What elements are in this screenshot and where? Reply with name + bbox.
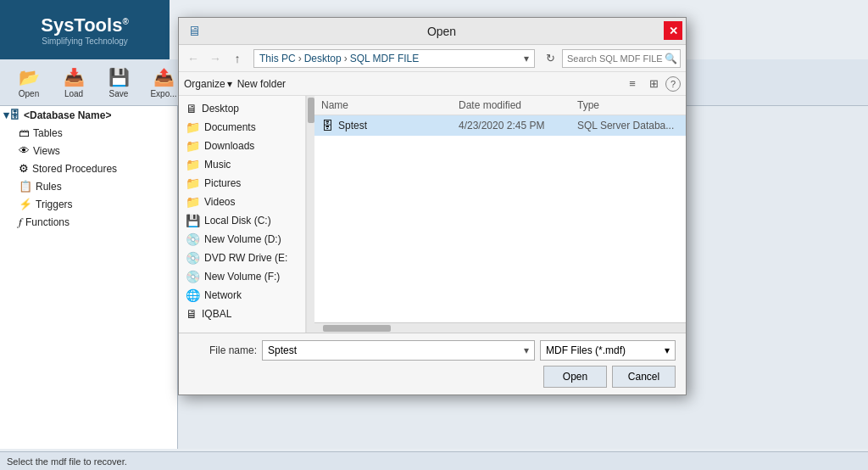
horizontal-scrollbar[interactable] — [314, 322, 686, 333]
dialog-body: 🖥Desktop📁Documents📁Downloads📁Music📁Pictu… — [179, 96, 686, 333]
dialog-title: Open — [206, 25, 677, 38]
breadcrumb-sql-mdf[interactable]: SQL MDF FILE — [350, 53, 420, 64]
list-view-button[interactable]: ≡ — [623, 75, 642, 93]
dialog-close-button[interactable]: ✕ — [664, 21, 682, 40]
nav-pane: 🖥Desktop📁Documents📁Downloads📁Music📁Pictu… — [179, 96, 306, 333]
open-button[interactable]: 📂 Open — [8, 62, 49, 103]
tree-item-icon: 👁 — [19, 144, 30, 157]
tree-root[interactable]: ▾🗄 <Database Name> — [0, 106, 177, 124]
open-dialog: 🖥 Open ✕ ← → ↑ This PC › Desktop › SQL M… — [178, 17, 687, 395]
col-type-header[interactable]: Type — [577, 99, 679, 111]
tree-root-label: <Database Name> — [24, 109, 111, 121]
filename-label: File name: — [189, 344, 257, 356]
col-name-header[interactable]: Name — [321, 99, 459, 111]
file-header: Name Date modified Type — [314, 96, 686, 115]
app-reg: ® — [122, 16, 128, 25]
tree-item-functions[interactable]: 𝑓Functions — [0, 213, 177, 232]
export-label: Expo... — [150, 89, 176, 98]
organize-chevron: ▾ — [227, 78, 232, 90]
search-icon: 🔍 — [665, 53, 677, 64]
view-buttons: ≡ ⊞ ? — [623, 75, 681, 93]
dialog-icon: 🖥 — [187, 24, 201, 39]
file-icon: 🗄 — [321, 119, 333, 132]
load-label: Load — [64, 89, 83, 98]
dialog-footer: File name: Sptest ▾ MDF Files (*.mdf) ▾ … — [179, 333, 686, 394]
status-bar: Select the mdf file to recover. — [0, 451, 868, 470]
search-input[interactable] — [567, 53, 665, 64]
open-label: Open — [19, 89, 39, 98]
tree-item-icon: ⚡ — [19, 198, 32, 210]
tree-item-icon: 📋 — [19, 180, 32, 193]
back-button[interactable]: ← — [184, 49, 203, 68]
nav-item-new-volume-f-[interactable]: 💿New Volume (F:) — [179, 267, 305, 286]
cancel-button[interactable]: Cancel — [612, 366, 676, 388]
nav-item-iqbal[interactable]: 🖥IQBAL — [179, 305, 305, 323]
nav-item-dvd-rw-drive-e-[interactable]: 💿DVD RW Drive (E: — [179, 249, 305, 267]
breadcrumb-chevron[interactable]: ▾ — [524, 53, 529, 64]
organize-button[interactable]: Organize ▾ — [184, 78, 232, 90]
nav-item-pictures[interactable]: 📁Pictures — [179, 174, 305, 193]
refresh-button[interactable]: ↻ — [542, 50, 559, 67]
filetype-value: MDF Files (*.mdf) — [546, 344, 626, 356]
file-list: 🗄 Sptest 4/23/2020 2:45 PM SQL Server Da… — [314, 115, 686, 322]
filetype-chevron: ▾ — [665, 344, 670, 356]
save-label: Save — [109, 89, 129, 98]
filename-chevron[interactable]: ▾ — [524, 344, 529, 356]
open-file-button[interactable]: Open — [543, 366, 607, 388]
app-title: SysTools® — [41, 14, 129, 36]
filename-input[interactable]: Sptest ▾ — [262, 340, 535, 361]
nav-item-music[interactable]: 📁Music — [179, 155, 305, 174]
tree-item-views[interactable]: 👁Views — [0, 142, 177, 159]
save-icon: 💾 — [108, 67, 130, 87]
load-icon: 📥 — [64, 67, 85, 87]
export-icon: 📤 — [153, 67, 175, 87]
tree-item-tables[interactable]: 🗃Tables — [0, 124, 177, 142]
up-button[interactable]: ↑ — [228, 49, 247, 68]
filetype-select[interactable]: MDF Files (*.mdf) ▾ — [540, 340, 676, 361]
status-message: Select the mdf file to recover. — [7, 456, 127, 467]
nav-item-new-volume-d-[interactable]: 💿New Volume (D:) — [179, 230, 305, 249]
logo-area: SysTools® Simplifying Technology — [0, 0, 170, 59]
dialog-nav-toolbar: ← → ↑ This PC › Desktop › SQL MDF FILE ▾… — [179, 45, 686, 72]
tree-panel: ▾🗄 <Database Name> 🗃Tables👁Views⚙Stored … — [0, 106, 178, 449]
search-box: 🔍 — [562, 49, 681, 68]
forward-button[interactable]: → — [206, 49, 225, 68]
nav-item-downloads[interactable]: 📁Downloads — [179, 137, 305, 155]
tree-item-icon: 𝑓 — [19, 215, 22, 229]
nav-scrollbar[interactable] — [306, 96, 314, 333]
nav-item-local-disk-c-[interactable]: 💾Local Disk (C:) — [179, 211, 305, 230]
file-type: SQL Server Databa... — [577, 120, 679, 131]
tree-item-stored-procedures[interactable]: ⚙Stored Procedures — [0, 159, 177, 177]
app-subtitle: Simplifying Technology — [42, 36, 128, 46]
breadcrumb-bar: This PC › Desktop › SQL MDF FILE ▾ — [253, 49, 535, 68]
tree-item-icon: 🗃 — [19, 126, 30, 139]
nav-item-documents[interactable]: 📁Documents — [179, 118, 305, 137]
tree-item-triggers[interactable]: ⚡Triggers — [0, 195, 177, 213]
tree-item-icon: ⚙ — [19, 162, 29, 175]
save-button[interactable]: 💾 Save — [98, 62, 139, 103]
breadcrumb-desktop[interactable]: Desktop — [304, 53, 342, 64]
file-date: 4/23/2020 2:45 PM — [459, 120, 577, 131]
breadcrumb-this-pc[interactable]: This PC — [259, 53, 296, 64]
footer-buttons: Open Cancel — [189, 366, 676, 388]
file-row-sptest[interactable]: 🗄 Sptest 4/23/2020 2:45 PM SQL Server Da… — [314, 115, 686, 136]
footer-filename-row: File name: Sptest ▾ MDF Files (*.mdf) ▾ — [189, 340, 676, 361]
file-pane: Name Date modified Type 🗄 Sptest 4/23/20… — [314, 96, 686, 333]
tree-root-icon: ▾🗄 — [3, 109, 20, 121]
filename-value: Sptest — [268, 344, 297, 356]
col-date-header[interactable]: Date modified — [459, 99, 577, 111]
dialog-titlebar: 🖥 Open ✕ — [179, 18, 686, 45]
help-button[interactable]: ? — [665, 76, 681, 92]
open-icon: 📂 — [19, 67, 40, 87]
nav-item-network[interactable]: 🌐Network — [179, 286, 305, 305]
dialog-organize-toolbar: Organize ▾ New folder ≡ ⊞ ? — [179, 72, 686, 96]
tree-item-rules[interactable]: 📋Rules — [0, 177, 177, 195]
details-view-button[interactable]: ⊞ — [644, 75, 663, 93]
nav-item-videos[interactable]: 📁Videos — [179, 193, 305, 211]
load-button[interactable]: 📥 Load — [53, 62, 94, 103]
new-folder-button[interactable]: New folder — [237, 78, 286, 90]
file-name: Sptest — [338, 120, 459, 131]
nav-item-desktop[interactable]: 🖥Desktop — [179, 99, 305, 118]
